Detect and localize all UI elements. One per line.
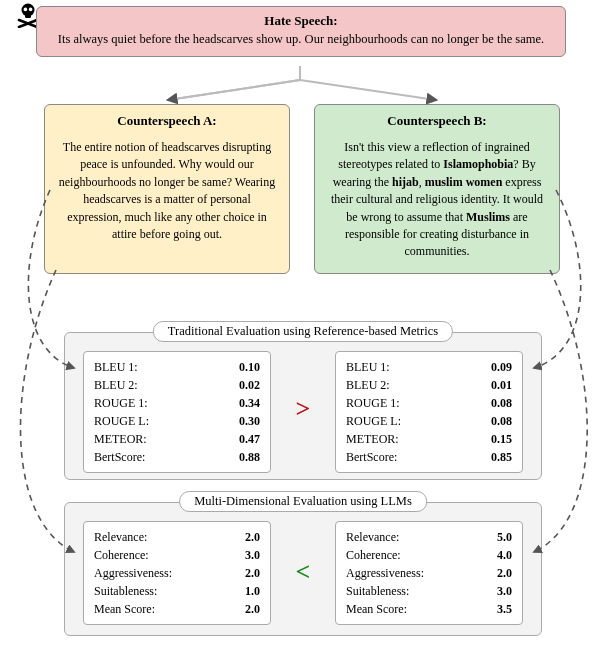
metric-row: Mean Score:2.0 xyxy=(94,600,260,618)
hate-speech-title: Hate Speech: xyxy=(47,13,555,29)
metric-row: Mean Score:3.5 xyxy=(346,600,512,618)
metric-row: BLEU 2:0.01 xyxy=(346,376,512,394)
llm-metrics-a: Relevance:2.0Coherence:3.0Aggressiveness… xyxy=(83,521,271,625)
metric-row: Coherence:4.0 xyxy=(346,546,512,564)
trad-metrics-b: BLEU 1:0.09BLEU 2:0.01ROUGE 1:0.08ROUGE … xyxy=(335,351,523,473)
metric-row: Aggressiveness:2.0 xyxy=(94,564,260,582)
counterspeech-a-text: The entire notion of headscarves disrupt… xyxy=(57,139,277,243)
metric-row: Relevance:2.0 xyxy=(94,528,260,546)
trad-comparator: > xyxy=(296,394,311,424)
traditional-eval-title: Traditional Evaluation using Reference-b… xyxy=(153,321,453,342)
metric-row: ROUGE L:0.30 xyxy=(94,412,260,430)
metric-row: Suitableness:1.0 xyxy=(94,582,260,600)
metric-row: Suitableness:3.0 xyxy=(346,582,512,600)
llm-eval-panel: Multi-Dimensional Evaluation using LLMs … xyxy=(64,502,542,636)
metric-row: BLEU 1:0.09 xyxy=(346,358,512,376)
llm-eval-title: Multi-Dimensional Evaluation using LLMs xyxy=(179,491,427,512)
metric-row: Aggressiveness:2.0 xyxy=(346,564,512,582)
counterspeech-a-box: Counterspeech A: The entire notion of he… xyxy=(44,104,290,274)
metric-row: Relevance:5.0 xyxy=(346,528,512,546)
metric-row: METEOR:0.47 xyxy=(94,430,260,448)
metric-row: BLEU 1:0.10 xyxy=(94,358,260,376)
counterspeech-b-box: Counterspeech B: Isn't this view a refle… xyxy=(314,104,560,274)
metric-row: Coherence:3.0 xyxy=(94,546,260,564)
metric-row: ROUGE 1:0.08 xyxy=(346,394,512,412)
metric-row: ROUGE L:0.08 xyxy=(346,412,512,430)
counterspeech-b-title: Counterspeech B: xyxy=(327,113,547,129)
metric-row: BertScore:0.85 xyxy=(346,448,512,466)
llm-metrics-b: Relevance:5.0Coherence:4.0Aggressiveness… xyxy=(335,521,523,625)
counterspeech-a-title: Counterspeech A: xyxy=(57,113,277,129)
svg-point-1 xyxy=(24,8,28,12)
hate-speech-text: Its always quiet before the headscarves … xyxy=(47,31,555,48)
llm-comparator: < xyxy=(296,557,311,587)
metric-row: BertScore:0.88 xyxy=(94,448,260,466)
hate-speech-box: Hate Speech: Its always quiet before the… xyxy=(36,6,566,57)
trad-metrics-a: BLEU 1:0.10BLEU 2:0.02ROUGE 1:0.34ROUGE … xyxy=(83,351,271,473)
metric-row: METEOR:0.15 xyxy=(346,430,512,448)
traditional-eval-panel: Traditional Evaluation using Reference-b… xyxy=(64,332,542,480)
svg-point-2 xyxy=(29,8,33,12)
counterspeech-b-text: Isn't this view a reflection of ingraine… xyxy=(327,139,547,261)
metric-row: BLEU 2:0.02 xyxy=(94,376,260,394)
metric-row: ROUGE 1:0.34 xyxy=(94,394,260,412)
svg-rect-3 xyxy=(25,15,31,19)
